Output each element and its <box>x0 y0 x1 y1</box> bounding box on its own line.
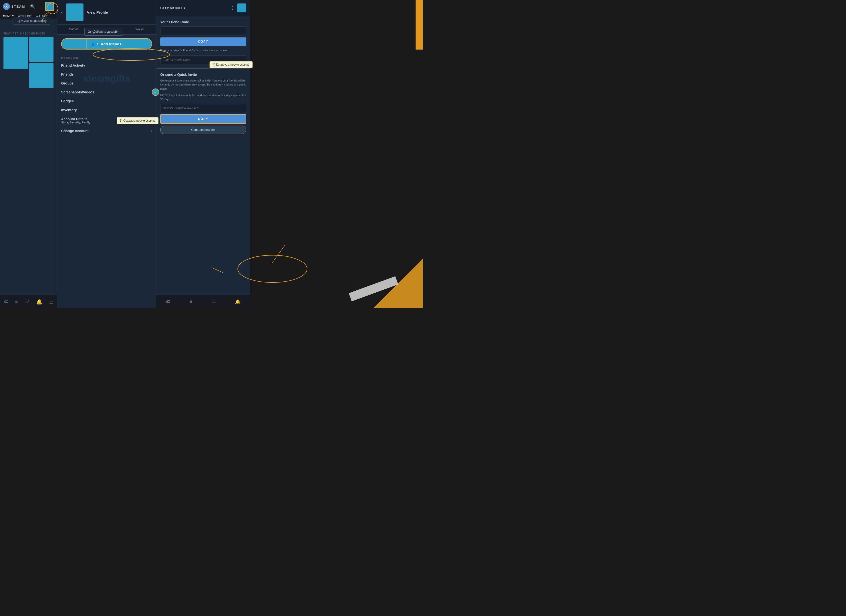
generate-link-button[interactable]: Generate new link <box>160 126 246 134</box>
svg-point-1 <box>6 6 7 7</box>
add-friends-container: 👥+ Add friends <box>57 35 156 53</box>
bottom-nav-menu-icon[interactable]: ☰ <box>49 299 53 305</box>
back-button[interactable]: ‹ <box>61 10 63 15</box>
left-bottom-nav: 🏷 ≡ 🛡 🔔 ☰ <box>0 295 57 308</box>
view-profile-button[interactable]: View Profile <box>87 10 108 15</box>
tooltip-step1: 1) Жмем на аватарку <box>14 17 50 25</box>
community-more-icon[interactable]: ⋮ <box>230 5 235 11</box>
featured-card-2[interactable] <box>29 37 53 62</box>
friend-code-description: Enter your friend's Friend Code to invit… <box>160 49 246 53</box>
featured-label: FEATURED & RECOMMENDED <box>0 29 57 37</box>
bottom-nav-bell-icon[interactable]: 🔔 <box>36 299 43 305</box>
invite-link-display: https://s.team/p/ваша/ссылка <box>160 104 246 112</box>
community-avatar <box>237 3 246 12</box>
menu-friend-activity[interactable]: Friend Activity <box>57 61 156 70</box>
bottom-nav-list-icon[interactable]: ≡ <box>15 299 18 304</box>
steam-logo-text: STEAM <box>12 5 25 9</box>
bottom-nav-tag-icon[interactable]: 🏷 <box>3 299 9 304</box>
note-text: NOTE: Each link can only be used once an… <box>160 93 246 101</box>
friend-code-display <box>160 26 246 35</box>
profile-header: ‹ View Profile <box>57 0 156 25</box>
community-title: COMMUNITY <box>160 6 186 10</box>
add-friends-button[interactable]: 👥+ Add friends <box>61 38 152 50</box>
menu-groups[interactable]: Groups <box>57 79 156 88</box>
menu-friends[interactable]: Friends <box>57 70 156 79</box>
header-icons: 🔍 ⋮ <box>30 2 54 11</box>
tooltip-step2: 2) «Добавить друзей» <box>84 28 122 36</box>
copy-friend-code-button[interactable]: COPY <box>160 37 246 46</box>
my-content-label: MY CONTENT <box>57 53 156 61</box>
quick-invite-title: Or send a Quick Invite <box>160 73 246 76</box>
community-header: COMMUNITY ⋮ <box>156 0 250 16</box>
featured-card-1[interactable] <box>3 37 28 69</box>
tab-wallet[interactable]: Wallet <box>123 25 156 34</box>
header-avatar[interactable] <box>45 2 54 11</box>
right-bottom-list-icon[interactable]: ≡ <box>189 299 192 304</box>
nav-menu[interactable]: MENU ▾ <box>3 15 14 18</box>
featured-card-3[interactable] <box>29 63 53 88</box>
add-friends-icon: 👥+ <box>92 42 99 46</box>
tooltip-step3: 3) Создаем новую ссылку <box>117 117 159 124</box>
right-bottom-tag-icon[interactable]: 🏷 <box>166 299 170 304</box>
change-account-arrow-icon: › <box>151 129 152 133</box>
friend-code-title: Your Friend Code <box>160 20 246 24</box>
steam-header: STEAM 🔍 ⋮ <box>0 0 57 13</box>
main-container: STEAM 🔍 ⋮ MENU ▾ WISHLIST WALLET 1) Жмем… <box>0 0 423 308</box>
bottom-nav-shield-icon[interactable]: 🛡 <box>25 299 29 304</box>
quick-invite-section: Or send a Quick Invite Generate a link t… <box>156 69 250 138</box>
friend-code-section: Your Friend Code COPY Enter your friend'… <box>156 16 250 69</box>
left-panel: STEAM 🔍 ⋮ MENU ▾ WISHLIST WALLET 1) Жмем… <box>0 0 57 308</box>
community-header-icons: ⋮ <box>230 3 246 12</box>
more-icon[interactable]: ⋮ <box>38 4 42 9</box>
menu-change-account[interactable]: Change Account › <box>57 126 156 135</box>
right-bottom-shield-icon[interactable]: 🛡 <box>212 299 216 304</box>
right-bottom-bell-icon[interactable]: 🔔 <box>235 299 241 304</box>
copy-invite-link-button[interactable]: COPY <box>160 114 246 123</box>
tooltip-step4: 4) Копируем новую ссылку <box>210 61 253 68</box>
steam-logo: STEAM <box>3 3 25 10</box>
middle-panel: ‹ View Profile 2) «Добавить друзей» Game… <box>57 0 156 308</box>
featured-grid <box>0 37 57 88</box>
steam-logo-icon <box>3 3 10 10</box>
quick-invite-description: Generate a link to share via email or SM… <box>160 79 246 91</box>
menu-inventory[interactable]: Inventory <box>57 106 156 115</box>
right-bottom-nav: 🏷 ≡ 🛡 🔔 <box>156 295 250 308</box>
search-icon[interactable]: 🔍 <box>30 4 35 9</box>
menu-screenshots[interactable]: Screenshots/Videos <box>57 88 156 97</box>
menu-badges[interactable]: Badges <box>57 97 156 106</box>
profile-avatar <box>66 3 84 21</box>
right-panel: COMMUNITY ⋮ Your Friend Code COPY Enter … <box>156 0 250 308</box>
